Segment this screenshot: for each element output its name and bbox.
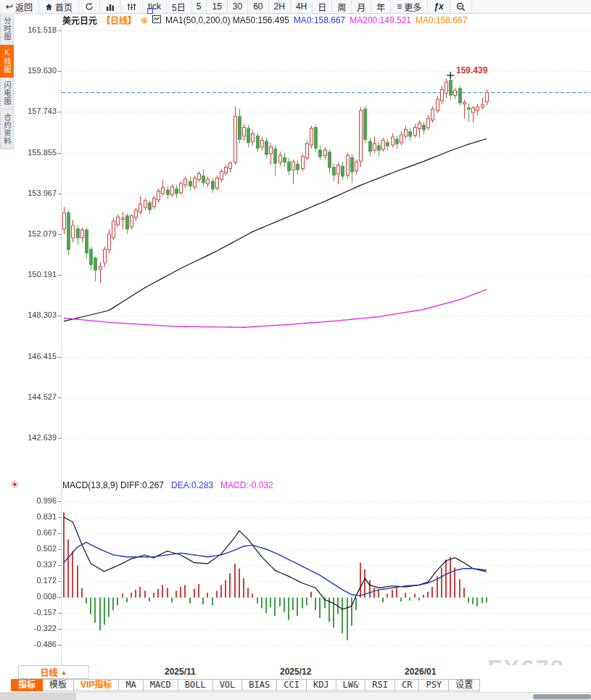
interval-year-button[interactable]: 年: [371, 0, 391, 13]
price-tick: 144.527: [15, 392, 57, 401]
macd-tick: -0.157: [15, 608, 57, 617]
refresh-button[interactable]: [79, 0, 100, 13]
settings-sliders-button[interactable]: [121, 0, 143, 13]
tab-settings[interactable]: 设置: [449, 679, 480, 691]
price-panel-header: 美元日元 【日线】 ⊕ MA1(50,0,200,0) MA50:156.495…: [62, 15, 467, 25]
macd-tick: -0.486: [15, 640, 57, 648]
month-label: 2025/11: [165, 667, 215, 677]
caret-up-icon: ▲: [61, 669, 67, 676]
interval-2h-button[interactable]: 2H: [269, 0, 291, 13]
scrollbar-thumb[interactable]: [533, 694, 591, 699]
interval-30min-button[interactable]: 30: [228, 0, 248, 13]
menu-icon: ≡: [397, 1, 402, 12]
interval-label: 2H: [274, 1, 285, 12]
chart-type-button[interactable]: [100, 0, 121, 13]
tab-vip-indicator[interactable]: VIP指标: [74, 679, 119, 691]
macd-diff-label: MACD(13,8,9) DIFF:0.267: [62, 480, 164, 490]
interval-label: 年: [376, 1, 385, 13]
tab-macd[interactable]: MACD: [144, 679, 178, 691]
tab-vol[interactable]: VOL: [213, 679, 243, 691]
indicator-tab-row: 指标 模板 VIP指标 MA MACD BOLL VOL BIAS CCI KD…: [0, 679, 591, 693]
horizontal-scrollbar[interactable]: [0, 692, 591, 700]
interval-label: 日: [318, 1, 326, 13]
back-button[interactable]: ↩ 返回: [0, 0, 39, 13]
price-tick: 157.743: [15, 107, 57, 115]
home-button[interactable]: 首页: [39, 0, 79, 13]
zoom-out-button[interactable]: [450, 0, 472, 13]
more-button[interactable]: ≡ 更多: [391, 0, 428, 13]
tab-indicator[interactable]: 指标: [11, 679, 43, 691]
interval-label: 月: [357, 1, 365, 13]
price-tick: 153.967: [15, 189, 57, 197]
tab-template[interactable]: 模板: [43, 679, 74, 691]
interval-label: 5日: [172, 1, 186, 13]
price-tick: 161.518: [15, 25, 57, 34]
interval-15min-button[interactable]: 15: [207, 0, 227, 13]
tab-rsi[interactable]: RSI: [365, 679, 395, 691]
price-tick: 148.303: [15, 310, 57, 319]
zoom-out-icon: [456, 2, 466, 12]
price-macd-chart-canvas[interactable]: [0, 0, 591, 700]
interval-label: 60: [253, 1, 263, 12]
interval-label: 30: [233, 1, 242, 12]
month-label: 2025/12: [280, 667, 331, 677]
sidebar-tab-time-share[interactable]: 分时图: [0, 13, 14, 45]
home-label: 首页: [55, 1, 73, 13]
focus-artifact: [147, 8, 153, 14]
home-icon: [45, 3, 53, 11]
mini-chart-icon[interactable]: [152, 15, 161, 25]
macd-tick: 0.667: [15, 528, 57, 537]
macd-tick: 0.337: [15, 560, 57, 569]
tab-cci[interactable]: CCI: [277, 679, 307, 691]
interval-month-button[interactable]: 月: [352, 0, 371, 13]
tab-kdj[interactable]: KDJ: [307, 679, 336, 691]
price-tick: 142.639: [15, 433, 57, 442]
circle-plus-icon[interactable]: ⊕: [141, 15, 148, 25]
high-price-annotation: 159.439: [456, 65, 487, 75]
ma0-orange-value: MA0:158.667: [416, 15, 467, 25]
interval-5day-button[interactable]: 5日: [167, 0, 191, 13]
tab-cr[interactable]: CR: [395, 679, 419, 691]
macd-tick: -0.322: [15, 624, 57, 633]
macd-tick: 0.172: [15, 576, 57, 585]
month-label: 2026/01: [405, 667, 455, 677]
macd-value-label: MACD:-0.032: [220, 480, 273, 490]
top-toolbar: ↩ 返回 首页 tick 5日 5 15 30 60 2H 4H 日 周 月 年…: [0, 0, 591, 14]
interval-60min-button[interactable]: 60: [248, 0, 268, 13]
period-tag: 【日线】: [102, 14, 136, 26]
interval-label: 4H: [296, 1, 307, 12]
refresh-icon: [85, 2, 94, 11]
macd-tick: 0.502: [15, 544, 57, 553]
interval-week-button[interactable]: 周: [332, 0, 352, 13]
sun-indicator-icon[interactable]: ☀: [10, 479, 20, 490]
back-label: 返回: [15, 1, 33, 13]
interval-label: 周: [337, 1, 346, 13]
macd-tick: 0.996: [15, 496, 57, 505]
price-tick: 159.630: [15, 66, 57, 75]
sliders-icon: [127, 3, 136, 11]
interval-4h-button[interactable]: 4H: [291, 0, 313, 13]
tab-psy[interactable]: PSY: [419, 679, 449, 691]
macd-tick: 0.831: [15, 512, 57, 521]
interval-day-button[interactable]: 日: [313, 0, 332, 13]
interval-label: 5: [197, 1, 202, 12]
tab-boll[interactable]: BOLL: [178, 679, 213, 691]
formula-fx-button[interactable]: ƒx: [428, 0, 450, 13]
more-label: 更多: [404, 1, 421, 13]
sidebar-tab-lightning[interactable]: 闪电图: [0, 78, 14, 110]
tab-ma[interactable]: MA: [119, 679, 143, 691]
x-axis-band: 日线 ▲ 2025/11 2025/12 2026/01: [0, 665, 591, 679]
price-tick: 155.855: [15, 148, 57, 157]
formula-icon: ƒx: [434, 1, 443, 12]
sidebar-tab-kline[interactable]: K线图: [0, 45, 14, 78]
period-selector[interactable]: 日线 ▲: [18, 665, 89, 679]
tab-bias[interactable]: BIAS: [242, 679, 277, 691]
period-selector-label: 日线: [41, 666, 58, 678]
sidebar-tab-contract-info[interactable]: 合约资料: [0, 110, 14, 149]
tab-lw[interactable]: LW&: [336, 679, 366, 691]
symbol-title: 美元日元: [62, 14, 97, 26]
price-tick: 152.079: [15, 229, 57, 238]
interval-5min-button[interactable]: 5: [191, 0, 207, 13]
bar-chart-icon: [106, 3, 115, 11]
macd-tick: 0.008: [15, 592, 57, 601]
